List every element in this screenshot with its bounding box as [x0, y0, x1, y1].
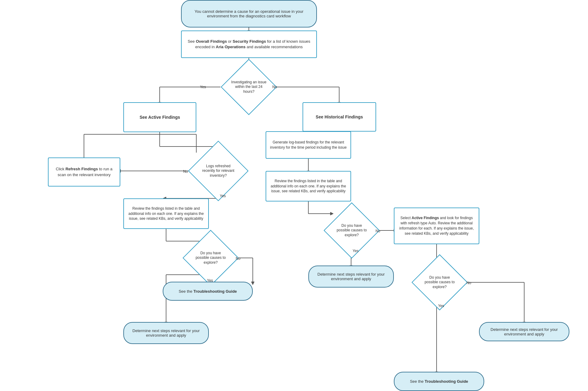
flowchart-diagram: You cannot determine a cause for an oper… [0, 0, 588, 391]
no-label-investigating-right: No [272, 85, 277, 89]
yes-label-logs-down: Yes [220, 194, 226, 198]
causes-left-text: Do you have possible causes to explore? [196, 251, 226, 265]
causes-right-text: Do you have possible causes to explore? [337, 223, 367, 237]
start-node: You cannot determine a cause for an oper… [181, 0, 317, 27]
no-label-causes-left-right: No [236, 256, 240, 261]
review-findings-left-node: Review the findings listed in the table … [123, 198, 209, 229]
generate-log-text: Generate log-based findings for the rele… [270, 140, 347, 150]
causes-right2-text: Do you have possible causes to explore? [425, 275, 455, 289]
logs-refreshed-text: Logs refreshed recently for relevant inv… [202, 164, 234, 178]
yes-label-causes-right2-down: Yes [438, 304, 444, 308]
determine-left-text: Determine next steps relevant for your e… [128, 328, 205, 338]
troubleshooting-left-text: See the Troubleshooting Guide [179, 289, 237, 294]
review-findings-right-text: Review the findings listed in the table … [270, 179, 347, 194]
no-label-causes-right: No [376, 229, 380, 233]
determine-right2-node: Determine next steps relevant for your e… [479, 322, 569, 341]
review-findings-right-node: Review the findings listed in the table … [266, 171, 351, 201]
yes-label-causes-right-down: Yes [353, 249, 359, 253]
investigating-text: Investigating an issue within the last 2… [231, 80, 266, 94]
active-findings-node: See Active Findings [123, 102, 196, 132]
click-refresh-text: Click Refresh Findings to run a scan on … [52, 166, 116, 177]
determine-right-top-node: Determine next steps relevant for your e… [308, 266, 394, 288]
no-label-causes-right2: No [466, 281, 471, 285]
select-active-node: Select Active Findings and look for find… [394, 208, 479, 244]
causes-diamond-left: Do you have possible causes to explore? [186, 238, 235, 278]
causes-diamond-right: Do you have possible causes to explore? [327, 211, 376, 250]
overall-findings-text: See Overall Findings or Security Finding… [185, 39, 313, 50]
troubleshooting-right-node: See the Troubleshooting Guide [394, 372, 484, 391]
causes-diamond-right2: Do you have possible causes to explore? [415, 262, 464, 302]
troubleshooting-left-node: See the Troubleshooting Guide [163, 282, 253, 301]
no-label-logs-left: No [183, 169, 188, 174]
yes-label-investigating-left: Yes [200, 85, 206, 89]
determine-right-top-text: Determine next steps relevant for your e… [313, 272, 390, 281]
start-text: You cannot determine a cause for an oper… [185, 9, 313, 18]
generate-log-node: Generate log-based findings for the rele… [266, 131, 351, 159]
click-refresh-node: Click Refresh Findings to run a scan on … [48, 157, 120, 186]
logs-refreshed-diamond: Logs refreshed recently for relevant inv… [194, 150, 243, 192]
select-active-text: Select Active Findings and look for find… [398, 215, 475, 236]
active-findings-text: See Active Findings [140, 115, 180, 120]
troubleshooting-right-text: See the Troubleshooting Guide [410, 379, 468, 384]
svg-marker-27 [251, 282, 254, 285]
determine-left-node: Determine next steps relevant for your e… [123, 322, 209, 344]
historical-findings-node: See Historical Findings [303, 102, 376, 132]
review-findings-left-text: Review the findings listed in the table … [128, 206, 205, 221]
historical-findings-text: See Historical Findings [316, 114, 363, 119]
overall-findings-node: See Overall Findings or Security Finding… [181, 31, 317, 58]
determine-right2-text: Determine next steps relevant for your e… [483, 327, 565, 336]
